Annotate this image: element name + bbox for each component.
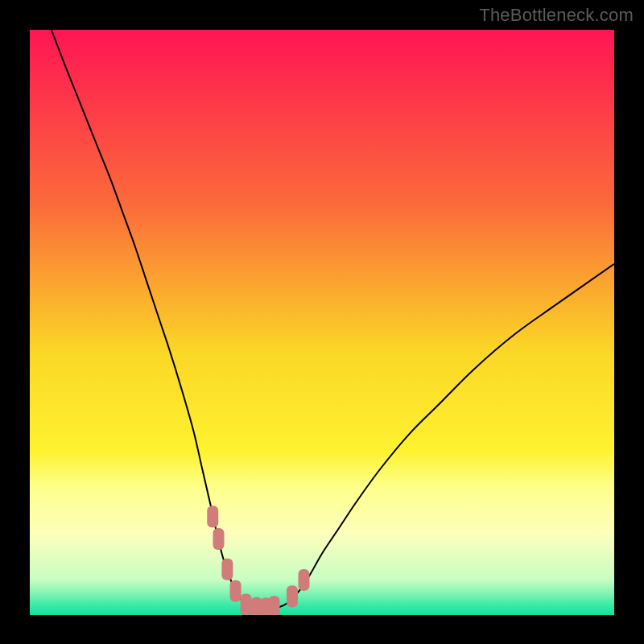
highlight-marker (287, 585, 298, 607)
highlight-marker (207, 506, 218, 527)
plot-area (30, 30, 614, 615)
highlight-marker (230, 580, 242, 602)
chart-svg-layer (30, 30, 614, 615)
highlight-markers-group (207, 506, 309, 615)
bottleneck-curve (52, 30, 614, 609)
watermark-text: TheBottleneck.com (479, 5, 634, 26)
highlight-marker (298, 569, 309, 591)
chart-frame: TheBottleneck.com (0, 0, 644, 644)
highlight-marker (221, 559, 233, 580)
highlight-marker (213, 528, 225, 550)
highlight-marker (268, 596, 279, 615)
highlight-marker (241, 593, 252, 615)
